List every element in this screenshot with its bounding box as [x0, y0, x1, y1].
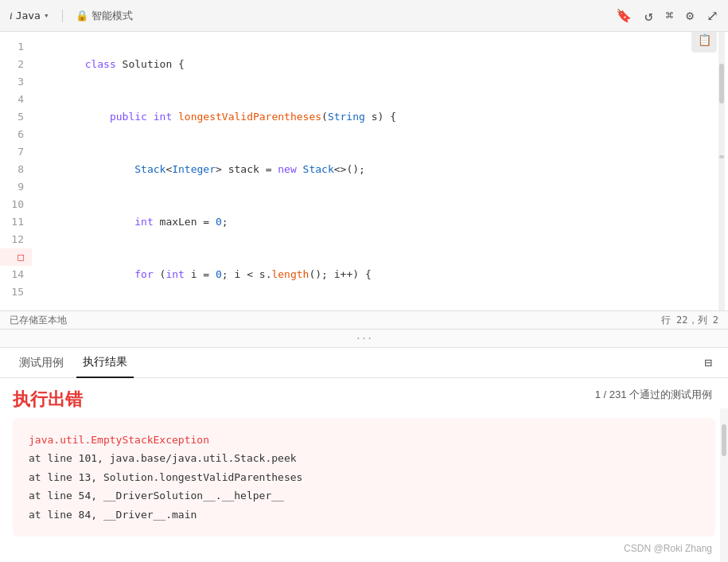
line-num-3: 3	[0, 73, 32, 91]
line-num-2: 2	[0, 56, 32, 73]
error-trace-1: at line 101, java.base/java.util.Stack.p…	[29, 449, 699, 467]
test-count: 1 / 231 个通过的测试用例	[595, 388, 712, 402]
header-right: 🔖 ↺ ⌘ ⚙ ⤢	[616, 7, 718, 24]
code-line-6: if (s.charAt(i) == '(') {	[32, 301, 688, 310]
dots: ···	[356, 333, 373, 344]
header-divider	[62, 10, 63, 22]
editor-area: 1 2 3 4 5 6 7 8 9 10 11 12 □ 14 15 class…	[0, 32, 728, 347]
results-area: 执行出错 1 / 231 个通过的测试用例 java.util.EmptySta…	[0, 378, 728, 562]
lang-icon: i	[10, 10, 13, 22]
status-bar: 已存储至本地 行 22，列 2	[0, 310, 728, 330]
bookmark-icon[interactable]: 🔖	[616, 8, 632, 23]
error-exception: java.util.EmptyStackException	[29, 431, 699, 449]
header-left: i Java ▾ 🔒 智能模式	[10, 9, 616, 23]
watermark: CSDN @Roki Zhang	[624, 543, 712, 554]
line-num-9: 9	[0, 178, 32, 196]
minimize-button[interactable]: ⊟	[701, 352, 715, 373]
save-status: 已存储至本地	[10, 314, 67, 327]
line-num-5: 5	[0, 108, 32, 126]
tab-actions: ⊟	[701, 352, 715, 373]
line-num-7: 7	[0, 143, 32, 161]
code-lines[interactable]: class Solution { public int longestValid…	[32, 32, 688, 310]
settings-icon[interactable]: ⚙	[686, 8, 694, 23]
lang-label: Java	[16, 10, 41, 21]
command-icon[interactable]: ⌘	[666, 8, 674, 23]
code-line-5: for (int i = 0; i < s.length(); i++) {	[32, 248, 688, 301]
line-num-6: 6	[0, 126, 32, 143]
lock-icon: 🔒	[76, 10, 88, 21]
copy-button[interactable]: 📋	[691, 32, 717, 53]
smart-mode-indicator: 🔒 智能模式	[76, 9, 133, 23]
code-line-3: Stack<Integer> stack = new Stack<>();	[32, 143, 688, 196]
line-numbers: 1 2 3 4 5 6 7 8 9 10 11 12 □ 14 15	[0, 32, 32, 310]
line-num-15: 15	[0, 283, 32, 301]
bottom-panel: 测试用例 执行结果 ⊟ 执行出错 1 / 231 个通过的测试用例 java.u…	[0, 347, 728, 562]
line-num-8: 8	[0, 161, 32, 178]
line-num-12: 12	[0, 231, 32, 248]
dots-separator: ···	[0, 330, 728, 347]
code-line-1: class Solution {	[32, 38, 688, 91]
editor-scrollbar-marker	[719, 155, 724, 158]
editor-scrollbar-thumb[interactable]	[719, 64, 724, 103]
smart-mode-label: 智能模式	[91, 9, 133, 23]
cursor-position: 行 22，列 2	[661, 314, 718, 327]
dropdown-arrow: ▾	[44, 10, 49, 21]
line-num-4: 4	[0, 91, 32, 108]
editor-right-panel: 📋	[688, 32, 728, 310]
bottom-scrollbar-thumb[interactable]	[722, 424, 726, 456]
error-trace-4: at line 84, __Driver__.main	[29, 505, 699, 524]
header-bar: i Java ▾ 🔒 智能模式 🔖 ↺ ⌘ ⚙ ⤢	[0, 0, 728, 32]
line-num-11: 11	[0, 213, 32, 231]
line-num-1: 1	[0, 38, 32, 56]
line-num-13: □	[0, 248, 32, 266]
error-trace-3: at line 54, __DriverSolution__.__helper_…	[29, 486, 699, 505]
code-line-2: public int longestValidParentheses(Strin…	[32, 91, 688, 143]
error-trace-2: at line 13, Solution.longestValidParenth…	[29, 468, 699, 486]
expand-icon[interactable]: ⤢	[707, 7, 718, 24]
error-box: java.util.EmptyStackException at line 10…	[13, 418, 715, 537]
line-num-14: 14	[0, 266, 32, 283]
tab-exec-result[interactable]: 执行结果	[76, 348, 134, 378]
language-selector[interactable]: i Java ▾	[10, 10, 49, 22]
code-container: 1 2 3 4 5 6 7 8 9 10 11 12 □ 14 15 class…	[0, 32, 728, 310]
bottom-panel-scrollbar	[720, 408, 728, 562]
refresh-icon[interactable]: ↺	[644, 7, 653, 24]
tab-test-case[interactable]: 测试用例	[13, 348, 70, 378]
editor-scrollbar-track	[718, 32, 725, 310]
line-num-10: 10	[0, 196, 32, 213]
code-line-4: int maxLen = 0;	[32, 196, 688, 248]
tabs-row: 测试用例 执行结果 ⊟	[0, 348, 728, 378]
